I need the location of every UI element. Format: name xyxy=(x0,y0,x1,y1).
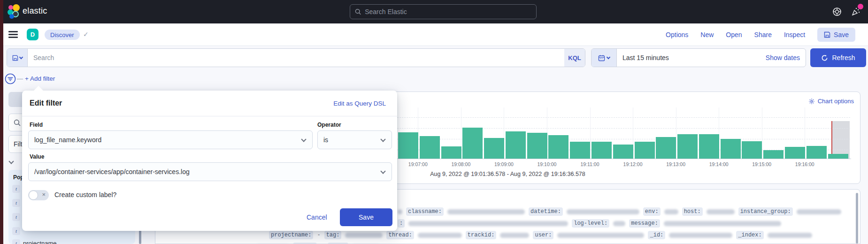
redacted-value xyxy=(557,233,644,238)
show-dates-link[interactable]: Show dates xyxy=(760,49,806,67)
toolbar-link-open[interactable]: Open xyxy=(726,31,742,38)
field-chip: _id: xyxy=(648,231,665,239)
saved-query-menu-button[interactable] xyxy=(7,49,28,67)
custom-label-toggle[interactable]: × xyxy=(28,190,49,200)
edit-filter-popover: Edit filter Edit as Query DSL Field log_… xyxy=(22,91,397,231)
gear-icon xyxy=(808,98,815,105)
histogram-bar[interactable] xyxy=(677,134,698,159)
space-avatar[interactable]: D xyxy=(27,29,38,40)
refresh-button[interactable]: Refresh xyxy=(810,48,866,67)
histogram-bar[interactable] xyxy=(462,128,483,159)
query-language-button[interactable]: KQL xyxy=(564,49,585,67)
sidebar-field-item[interactable]: tprojectname xyxy=(8,237,135,244)
cancel-button[interactable]: Cancel xyxy=(307,214,327,221)
dialog-title: Edit filter xyxy=(30,99,62,107)
current-time-marker xyxy=(831,121,832,159)
field-type-text-icon: t xyxy=(12,213,20,221)
y-gridline xyxy=(353,117,850,118)
chart-options-button[interactable]: Chart options xyxy=(808,98,854,105)
x-axis-tick-label: 19:14:00 xyxy=(709,161,729,167)
table-row[interactable]: score:-type: xyxy=(256,242,380,244)
redacted-value xyxy=(797,209,841,214)
check-icon: ✓ xyxy=(83,30,89,38)
save-button-label: Save xyxy=(834,31,849,38)
histogram-bar[interactable] xyxy=(591,142,612,159)
histogram-bar[interactable] xyxy=(721,139,741,159)
toolbar-link-inspect[interactable]: Inspect xyxy=(784,31,805,38)
add-filter-link[interactable]: + Add filter xyxy=(25,75,55,82)
toolbar-link-share[interactable]: Share xyxy=(754,31,772,38)
field-chip: instance_group: xyxy=(738,207,793,216)
toolbar-actions: OptionsNewOpenShareInspect Save xyxy=(666,23,855,46)
documents-scrollbar[interactable] xyxy=(856,193,858,244)
redacted-value xyxy=(447,209,525,214)
x-axis-tick-label: 19:12:00 xyxy=(623,161,643,167)
field-name: projectname xyxy=(23,240,57,244)
redacted-value xyxy=(418,233,462,238)
x-axis-tick-label: 19:15:00 xyxy=(752,161,771,167)
value-combobox[interactable]: /var/log/container-services/app/containe… xyxy=(28,162,392,181)
histogram-bar[interactable] xyxy=(763,150,784,159)
histogram-bar[interactable] xyxy=(613,145,633,159)
field-chip: datetime: xyxy=(529,207,563,216)
operator-label: Operator xyxy=(317,122,341,128)
histogram-bar[interactable] xyxy=(807,146,827,159)
redacted-value xyxy=(345,233,383,238)
redacted-value xyxy=(500,233,529,238)
histogram-bar[interactable] xyxy=(635,142,655,159)
field-chip: log-level: xyxy=(572,219,609,228)
table-row[interactable]: :log-level:message: xyxy=(398,219,781,228)
toolbar-link-options[interactable]: Options xyxy=(666,31,688,38)
breadcrumb[interactable]: Discover xyxy=(45,30,80,40)
save-button[interactable]: Save xyxy=(817,28,855,42)
date-picker: Last 15 minutes Show dates xyxy=(591,48,806,67)
histogram-bar[interactable] xyxy=(420,136,440,159)
menu-icon[interactable] xyxy=(8,31,18,38)
global-search[interactable] xyxy=(350,4,537,19)
field-combobox-value: log_file_name.keyword xyxy=(34,136,101,144)
histogram-bar[interactable] xyxy=(398,132,418,159)
histogram-bar[interactable] xyxy=(656,137,676,159)
histogram-bar[interactable] xyxy=(828,154,848,159)
popover-arrow xyxy=(34,86,43,95)
chevron-down-icon xyxy=(380,168,385,174)
redacted-value xyxy=(613,221,625,226)
histogram-bar[interactable] xyxy=(570,142,590,159)
toggle-thumb xyxy=(29,191,38,200)
histogram-bar[interactable] xyxy=(548,135,568,159)
histogram-bar[interactable] xyxy=(785,147,805,159)
kql-search-input[interactable] xyxy=(28,49,564,67)
save-disk-icon xyxy=(824,31,830,38)
field-chip: env: xyxy=(643,207,661,216)
saved-query-icon xyxy=(12,55,18,61)
field-combobox[interactable]: log_file_name.keyword xyxy=(28,130,313,149)
toolbar-link-new[interactable]: New xyxy=(700,31,714,38)
calendar-menu-button[interactable] xyxy=(591,49,617,67)
edit-as-query-dsl-link[interactable]: Edit as Query DSL xyxy=(333,100,386,107)
filter-list-icon[interactable] xyxy=(4,73,16,85)
field-chip: projectname: xyxy=(269,231,313,239)
dialog-save-button[interactable]: Save xyxy=(340,208,392,226)
brand-name: elastic xyxy=(23,6,47,16)
refresh-button-label: Refresh xyxy=(832,54,855,61)
collapse-chevron-icon[interactable] xyxy=(9,160,16,166)
table-row[interactable]: projectname:-tag:thread:trackid:user:_id… xyxy=(269,230,812,240)
time-range-value[interactable]: Last 15 minutes xyxy=(617,49,760,67)
histogram-bar[interactable] xyxy=(484,138,504,159)
histogram-bar[interactable] xyxy=(699,134,719,159)
value-combobox-value: /var/log/container-services/app/containe… xyxy=(34,168,190,175)
operator-combobox[interactable]: is xyxy=(317,130,392,149)
life-ring-icon[interactable] xyxy=(832,7,842,17)
elastic-logo-icon[interactable] xyxy=(8,4,23,19)
field-chip: thread: xyxy=(386,231,414,239)
chevron-down-icon xyxy=(380,137,385,142)
histogram-bar[interactable] xyxy=(742,141,762,159)
notification-badge xyxy=(858,4,863,9)
histogram-bar[interactable] xyxy=(527,133,547,159)
search-icon xyxy=(355,8,361,15)
histogram-bar[interactable] xyxy=(506,131,526,159)
table-row[interactable]: classname:datetime:env:host:instance_gro… xyxy=(398,207,841,216)
global-search-input[interactable] xyxy=(365,8,531,15)
field-chip: _index: xyxy=(736,231,763,239)
histogram-bar[interactable] xyxy=(441,146,461,159)
